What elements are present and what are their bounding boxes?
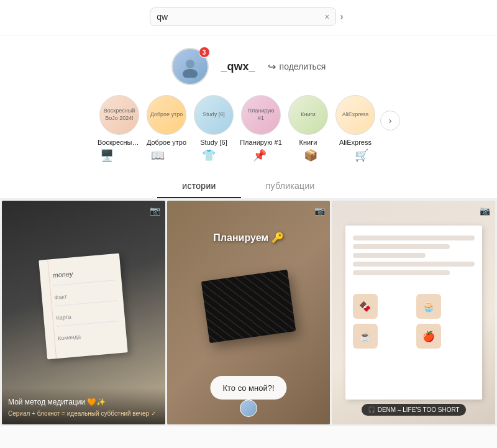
music-text-3: DENM – LIFE'S TOO SHORT: [378, 406, 460, 413]
highlight-label-morning: Доброе утро: [147, 139, 186, 146]
share-button[interactable]: ↪ поделиться: [268, 61, 326, 73]
nb-text-money: money: [52, 266, 115, 279]
sub-icon-ali: 🛒: [339, 149, 384, 162]
highlight-item-morning[interactable]: Доброе утро Доброе утро: [144, 95, 189, 146]
highlight-circle-study: Study [6]: [194, 95, 234, 135]
bc-line-1: [353, 235, 475, 240]
hl-sunday-text: Воскресный ВоJо 2024!: [100, 105, 139, 124]
highlight-circle-sunday: Воскресный ВоJо 2024!: [99, 95, 139, 135]
highlights-wrapper: Воскресный ВоJо 2024! Воскресный ВоJо 20…: [0, 95, 497, 146]
story-card-1[interactable]: money Факт Карта Команда 📷 Мой метод мед…: [2, 201, 165, 424]
sub-icon-placeholder: [390, 149, 413, 162]
highlight-label-books: Книги: [299, 139, 317, 146]
svg-point-0: [186, 60, 194, 68]
notification-badge: 3: [199, 47, 210, 58]
sub-icon-sunday: 🖥️: [84, 149, 129, 162]
search-container: ×: [150, 7, 336, 26]
highlight-circle-plan: Планирую #1: [241, 95, 281, 135]
highlight-icon-row: 🖥️ 📖 👕 📌 📦 🛒: [0, 146, 497, 168]
sticker-1: 🍫: [353, 294, 378, 319]
bc-line-4: [353, 262, 475, 267]
stories-grid: money Факт Карта Команда 📷 Мой метод мед…: [0, 199, 497, 426]
svg-point-1: [183, 69, 198, 78]
story-overlay-1: Мой метод медитации 🧡✨ Сериал + блокнот …: [2, 388, 165, 424]
hl-morning-text: Доброе утро: [148, 109, 186, 121]
camera-icon-badge: 📷: [150, 206, 160, 216]
highlight-circle-books: Книги: [288, 95, 328, 135]
nb-text-karya: Карта: [56, 309, 118, 321]
share-icon: ↪: [268, 61, 276, 73]
nb-text-koman: Команда: [58, 330, 120, 342]
story-music-badge-3: 🎧 DENM – LIFE'S TOO SHORT: [362, 404, 466, 416]
sub-icon-study: 👕: [186, 149, 231, 162]
sticker-grid: 🍫 🧁 ☕ 🍎: [345, 289, 482, 354]
plan-text: Планируем 🔑: [213, 232, 283, 243]
book-page-spread: 🍫 🧁 ☕ 🍎: [345, 226, 482, 400]
story-bg-1: money Факт Карта Команда 📷 Мой метод мед…: [2, 201, 165, 424]
highlight-label-sunday: Воскресный ВоJо 2024!: [98, 139, 141, 146]
story-avatar-small-2: [240, 400, 257, 417]
story-dialog-2: Кто со мной?!: [210, 376, 286, 400]
nb-line-1: [53, 280, 116, 286]
tabs-section: истории публикации: [0, 175, 497, 199]
highlight-label-study: Study [6]: [200, 139, 227, 146]
highlight-label-plan: Планирую #1: [240, 139, 282, 146]
highlight-item-study[interactable]: Study [6] Study [6]: [191, 95, 236, 146]
nb-line-3: [57, 321, 119, 327]
music-icon: 🎧: [368, 406, 375, 413]
sub-icon-books: 📦: [288, 149, 333, 162]
highlight-circle-morning: Доброе утро: [147, 95, 186, 135]
notebook-lines: money Факт Карта Команда: [52, 266, 120, 341]
highlight-label-ali: AliExpress: [339, 139, 372, 146]
notebook-page: money Факт Карта Команда: [39, 254, 128, 360]
open-book-visual: 🍫 🧁 ☕ 🍎: [332, 201, 495, 424]
profile-header: 3 _qwx_ ↪ поделиться: [171, 48, 326, 85]
tab-stories[interactable]: истории: [157, 175, 240, 198]
tab-posts[interactable]: публикации: [241, 175, 340, 198]
avatar-wrap: 3: [171, 48, 209, 85]
sticker-2: 🧁: [416, 294, 441, 319]
marble-book: [201, 270, 296, 344]
story-sub-text-1: Сериал + блокнот = идеальный субботний в…: [8, 410, 159, 417]
sticker-4: 🍎: [416, 324, 441, 349]
highlights-next-button[interactable]: ›: [380, 111, 400, 130]
story-card-3[interactable]: 📷 🍫 🧁 ☕ 🍎: [332, 201, 495, 424]
sub-icon-morning: 📖: [135, 149, 180, 162]
hl-books-text: Книги: [298, 109, 318, 121]
nb-line-2: [55, 300, 117, 306]
clear-icon[interactable]: ×: [324, 12, 329, 22]
profile-section: 3 _qwx_ ↪ поделиться Воскресный ВоJо 202…: [0, 35, 497, 175]
highlight-item-books[interactable]: Книги Книги: [286, 95, 331, 146]
story-card-2[interactable]: 📷 Планируем 🔑 Кто со мной?!: [167, 201, 331, 424]
bc-line-5: [353, 270, 450, 275]
story-bg-3: 📷 🍫 🧁 ☕ 🍎: [332, 201, 495, 424]
hl-ali-text: AliExpress: [340, 109, 372, 121]
story-text-top-2: Планируем 🔑: [213, 232, 283, 244]
highlight-item-sunday[interactable]: Воскресный ВоJо 2024! Воскресный ВоJо 20…: [97, 95, 142, 146]
search-submit-button[interactable]: ›: [336, 11, 347, 22]
profile-username[interactable]: _qwx_: [221, 60, 255, 73]
nb-text-fact: Факт: [54, 289, 116, 301]
highlight-circle-ali: AliExpress: [335, 95, 375, 135]
story-bg-2: 📷 Планируем 🔑 Кто со мной?!: [167, 201, 331, 424]
sticker-3: ☕: [353, 324, 378, 349]
bc-line-2: [353, 244, 450, 249]
hl-study-text: Study [6]: [200, 109, 227, 121]
highlight-item-plan[interactable]: Планирую #1 Планирую #1: [239, 95, 283, 146]
sub-icon-plan: 📌: [237, 149, 282, 162]
hl-plan-text: Планирую #1: [242, 105, 280, 124]
share-label: поделиться: [280, 62, 326, 71]
story-main-text-1: Мой метод медитации 🧡✨: [8, 398, 159, 406]
bc-line-3: [353, 253, 426, 258]
search-bar: × ›: [0, 0, 497, 35]
search-input[interactable]: [157, 12, 319, 22]
camera-icon-badge-2: 📷: [314, 206, 325, 216]
dialog-text-2: Кто со мной?!: [222, 383, 274, 393]
highlight-item-ali[interactable]: AliExpress AliExpress: [333, 95, 378, 146]
book-content-lines: [345, 226, 482, 289]
